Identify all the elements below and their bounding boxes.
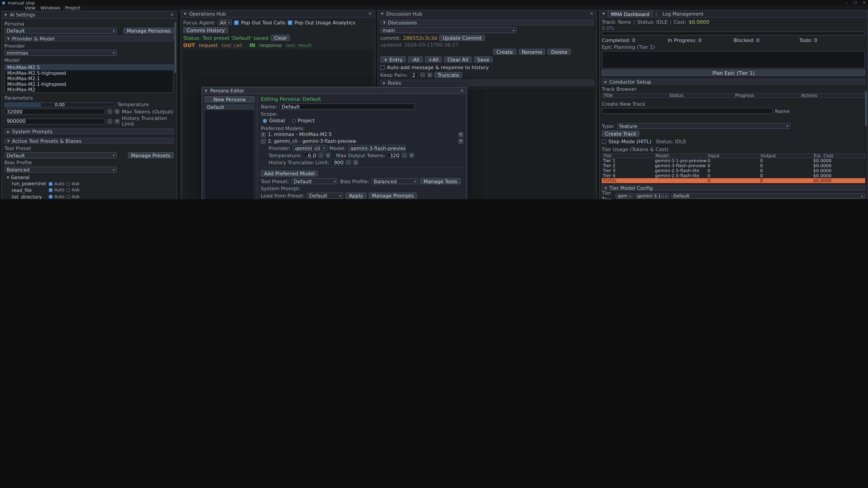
clear-all-button[interactable]: Clear All [444,57,471,63]
decrement-button[interactable]: - [107,119,112,124]
close-panel-icon[interactable]: × [590,11,593,16]
tier-persona-select[interactable]: Default▾ [671,193,865,199]
track-name-input[interactable] [602,108,773,114]
expand-toggle-button[interactable]: + [260,132,266,137]
manage-presets-button[interactable]: Manage Presets [128,152,174,158]
increment-button[interactable]: + [409,153,414,158]
auto-radio[interactable] [49,195,53,199]
increment-button[interactable]: + [115,109,120,114]
model-option[interactable]: MiniMax-M2.5-highspeed [5,70,173,76]
ai-scrollbar[interactable] [174,22,176,73]
max-tokens-input[interactable]: 32000 [4,108,105,115]
close-icon[interactable]: × [863,0,866,5]
history-limit-input[interactable]: 900000 [4,118,105,124]
discussion-hub-tab[interactable]: Discussion Hub [386,11,422,17]
auto-radio[interactable] [49,182,53,186]
manage-prompts-button[interactable]: Manage Prompts [368,193,417,199]
model-option[interactable]: MiniMax-M2.1 [5,76,173,81]
comms-history-button[interactable]: Comms History [183,27,228,33]
conductor-setup-header[interactable]: ▶Conductor Setup [602,78,865,85]
persona-select[interactable]: Default▾ [4,28,117,34]
pop-out-tool-calls-checkbox[interactable]: ✓ [235,20,239,25]
decrement-button[interactable]: - [318,153,323,158]
persona-list-item[interactable]: Default [205,105,254,110]
decrement-button[interactable]: - [402,153,407,158]
increment-button[interactable]: + [353,160,358,165]
project-radio[interactable] [291,119,296,123]
maximize-icon[interactable]: ▢ [853,0,857,5]
increment-button[interactable]: + [115,119,120,124]
load-preset-select[interactable]: Default▾ [307,193,344,199]
clear-status-button[interactable]: Clear [271,35,290,41]
focus-agent-select[interactable]: All▾ [218,20,232,26]
add-preferred-model-button[interactable]: Add Preferred Model [260,170,318,176]
ask-radio[interactable] [66,188,70,192]
new-persona-button[interactable]: New Persona [204,96,255,102]
system-prompts-header[interactable]: ▶System Prompts [4,128,174,134]
menu-item[interactable]: View [25,5,35,10]
entry-model-select[interactable]: gemini-3-flash-preview▾ [348,145,406,151]
expand-toggle-button[interactable]: - [260,138,266,143]
tab-log-management[interactable]: Log Management [660,11,706,17]
ask-radio[interactable] [66,182,70,186]
rename-discussion-button[interactable]: Rename [518,49,546,55]
menu-item[interactable]: Windows [40,5,60,10]
close-dialog-icon[interactable]: × [460,88,464,93]
temperature-slider[interactable]: 0.00 [4,102,115,107]
plus-all-button[interactable]: +All [425,57,442,63]
roles-header[interactable]: ▶Roles [380,80,594,86]
apply-button[interactable]: Apply [346,193,366,199]
menu-item[interactable]: Project [65,5,80,10]
model-option[interactable]: MiniMax-M2.5 [5,65,173,70]
history-limit-input[interactable]: 900000 [332,159,344,165]
discussions-header[interactable]: ▼Discussions [380,20,594,26]
plan-epic-button[interactable]: Plan Epic (Tier 1) [602,70,865,76]
minimize-icon[interactable]: – [846,0,848,5]
delete-discussion-button[interactable]: Delete [548,49,571,55]
increment-button[interactable]: + [427,72,432,77]
decrement-button[interactable]: - [420,72,425,77]
manage-tools-button[interactable]: Manage Tools [420,178,460,184]
ai-settings-tab[interactable]: AI Settings [10,12,35,18]
panel-menu-caret-icon[interactable]: ▼ [381,12,383,15]
provider-model-header[interactable]: ▼Provider & Model [4,35,174,41]
pop-out-usage-checkbox[interactable]: ✓ [288,20,292,25]
close-panel-icon[interactable]: × [368,11,372,16]
persona-bias-select[interactable]: Balanced▾ [372,178,418,184]
keep-pairs-input[interactable]: 2 [410,72,418,78]
active-presets-header[interactable]: ▼Active Tool Presets & Biases [4,138,174,144]
entry-provider-select[interactable]: gemini_cli▾ [293,145,327,151]
track-type-select[interactable]: feature▾ [617,123,790,129]
remove-model-button[interactable]: × [458,132,463,137]
group-caret-icon[interactable]: ▼ [6,176,9,179]
update-commit-button[interactable]: Update Commit [439,35,485,41]
create-discussion-button[interactable]: Create [493,49,516,55]
manage-personas-button[interactable]: Manage Personas [123,28,174,34]
create-track-button[interactable]: Create Track [602,131,640,137]
tier-model-config-header[interactable]: ▼Tier Model Config [602,185,865,191]
global-radio[interactable] [263,119,267,123]
ask-radio[interactable] [66,195,70,199]
operations-hub-tab[interactable]: Operations Hub [189,11,226,17]
persona-name-input[interactable]: Default [279,103,414,109]
model-option[interactable]: MiniMax-M2.1-highspeed [5,81,173,87]
panel-menu-caret-icon[interactable]: ▼ [602,12,604,15]
bias-profile-select[interactable]: Balanced▾ [4,166,117,173]
persona-tool-preset-select[interactable]: Default▾ [291,178,338,184]
remove-model-button[interactable]: × [458,138,463,143]
tier-model-select[interactable]: gemini-3.1-pro-preview▾ [635,193,669,199]
decrement-button[interactable]: - [107,109,112,114]
close-panel-icon[interactable]: × [170,13,174,17]
panel-menu-caret-icon[interactable]: ▼ [4,13,7,17]
model-option[interactable]: MiniMax-M2 [5,87,173,92]
truncate-button[interactable]: Truncate [434,72,462,78]
save-discussion-button[interactable]: Save [474,57,493,63]
add-entry-button[interactable]: + Entry [380,57,406,63]
decrement-button[interactable]: - [346,160,351,165]
step-mode-checkbox[interactable] [602,139,606,144]
max-output-input[interactable]: 32000 [388,152,400,158]
panel-menu-caret-icon[interactable]: ▼ [184,12,186,15]
tool-preset-select[interactable]: Default▾ [4,152,117,158]
discussion-select[interactable]: main▾ [380,27,516,33]
auto-add-checkbox[interactable] [380,65,385,70]
